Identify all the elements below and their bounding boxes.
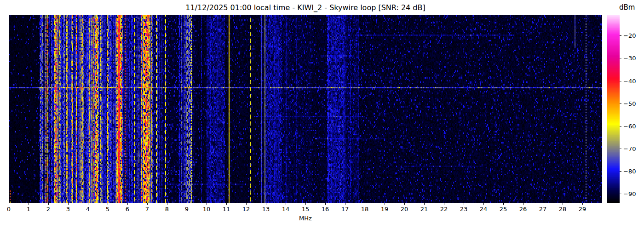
x-tick	[29, 203, 29, 205]
chart-title: 11/12/2025 01:00 local time - KIWI_2 - S…	[9, 4, 602, 12]
colorbar-tick	[620, 126, 621, 126]
x-tick	[147, 203, 148, 205]
x-axis-label: MHz	[9, 215, 602, 222]
colorbar-tick-label: −80	[623, 168, 636, 174]
colorbar-tick-label: −70	[623, 146, 636, 152]
colorbar-gradient	[607, 15, 620, 203]
x-tick	[266, 203, 266, 205]
x-tick-label: 19	[381, 206, 389, 213]
x-tick	[9, 203, 9, 205]
kiwisdr-snr-spectrogram: 11/12/2025 01:00 local time - KIWI_2 - S…	[0, 0, 644, 230]
x-tick	[424, 203, 425, 205]
x-tick-label: 22	[440, 206, 448, 213]
x-tick-label: 12	[242, 206, 250, 213]
x-tick	[108, 203, 108, 205]
x-tick-label: 15	[302, 206, 310, 213]
colorbar-tick	[620, 149, 621, 149]
x-tick	[365, 203, 365, 205]
x-tick	[48, 203, 49, 205]
x-tick	[444, 203, 444, 205]
x-tick-label: 0	[7, 206, 11, 213]
x-tick-label: 13	[262, 206, 270, 213]
colorbar-tick	[620, 104, 621, 104]
colorbar-tick	[620, 194, 621, 194]
x-tick-label: 4	[86, 206, 90, 213]
x-tick-label: 16	[322, 206, 329, 213]
x-tick	[464, 203, 464, 205]
colorbar-tick-label: −50	[623, 100, 636, 106]
x-tick-label: 7	[145, 206, 149, 213]
x-tick	[503, 203, 504, 205]
x-tick-label: 17	[341, 206, 349, 213]
colorbar-tick-label: −20	[623, 33, 636, 39]
x-tick	[543, 203, 543, 205]
colorbar-tick-label: −40	[623, 78, 636, 84]
x-tick-label: 9	[185, 206, 189, 213]
x-tick	[127, 203, 128, 205]
waterfall-plot	[9, 15, 602, 203]
x-tick	[68, 203, 69, 205]
x-tick	[88, 203, 88, 205]
x-tick-label: 5	[106, 206, 109, 213]
x-tick-label: 14	[282, 206, 290, 213]
x-tick	[305, 203, 306, 205]
x-tick	[286, 203, 286, 205]
x-tick-label: 29	[579, 206, 586, 213]
x-tick	[187, 203, 187, 205]
x-tick-label: 3	[66, 206, 70, 213]
colorbar-tick	[620, 58, 621, 58]
x-tick	[385, 203, 385, 205]
colorbar-tick	[620, 171, 621, 172]
colorbar-tick-label: −90	[623, 191, 636, 197]
x-tick-label: 2	[46, 206, 50, 213]
x-tick-label: 25	[500, 206, 507, 213]
x-tick-label: 21	[420, 206, 428, 213]
x-tick-label: 10	[203, 206, 211, 213]
x-tick	[167, 203, 167, 205]
x-tick	[226, 203, 227, 205]
x-tick-label: 20	[401, 206, 408, 213]
x-tick	[207, 203, 207, 205]
waterfall-canvas	[9, 15, 602, 203]
x-tick	[563, 203, 563, 205]
x-tick-label: 24	[480, 206, 488, 213]
x-tick	[325, 203, 326, 205]
x-tick	[345, 203, 345, 205]
colorbar-tick-label: −60	[623, 123, 636, 129]
colorbar-tick	[620, 35, 621, 36]
x-tick	[582, 203, 583, 205]
x-tick-label: 26	[519, 206, 527, 213]
x-tick-label: 18	[361, 206, 369, 213]
x-tick	[404, 203, 405, 205]
x-tick-label: 27	[539, 206, 547, 213]
x-tick	[246, 203, 247, 205]
x-tick-label: 6	[126, 206, 129, 213]
colorbar-tick-label: −30	[623, 55, 636, 61]
x-tick-label: 8	[165, 206, 169, 213]
x-tick-label: 11	[223, 206, 230, 213]
x-tick	[483, 203, 484, 205]
colorbar-label: dBm	[619, 3, 635, 12]
x-tick	[523, 203, 523, 205]
x-tick-label: 28	[559, 206, 567, 213]
colorbar-tick	[620, 81, 621, 81]
x-tick-label: 1	[27, 206, 30, 213]
x-tick-label: 23	[460, 206, 468, 213]
